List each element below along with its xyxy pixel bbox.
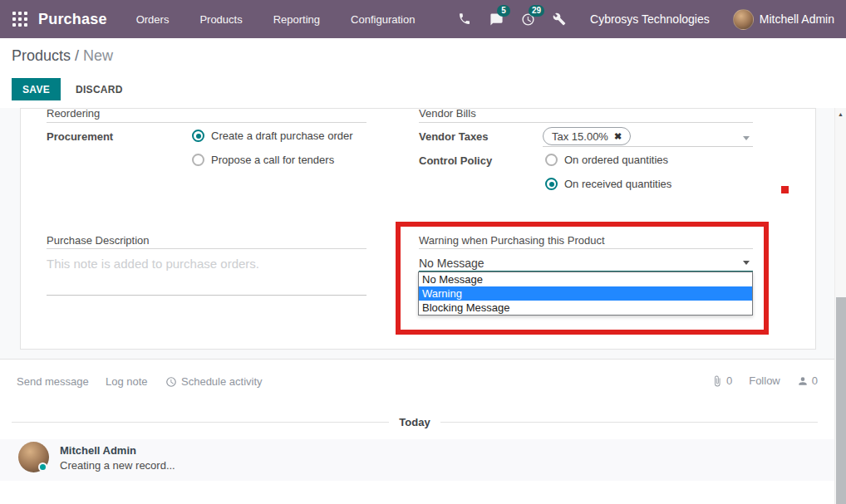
date-divider: Today [12,416,818,428]
dropdown-option-blocking-message[interactable]: Blocking Message [419,301,752,315]
scrollbar-up-arrow-icon[interactable]: ▲ [838,111,844,117]
top-navbar: Purchase Orders Products Reporting Confi… [0,0,846,38]
breadcrumb-products-link[interactable]: Products [12,47,71,64]
navbar-systray: 5 29 Cybrosys Technologies Mitchell Admi… [449,0,846,38]
vendor-taxes-field-line [543,146,753,147]
main-menu: Orders Products Reporting Configuration [136,13,416,26]
message-author-name[interactable]: Mitchell Admin [60,444,136,457]
chatter-message[interactable]: Mitchell Admin Creating a new record... [0,439,846,481]
schedule-activity-clock-icon [165,376,177,388]
debug-wrench-icon[interactable] [544,0,575,38]
menu-reporting[interactable]: Reporting [273,13,320,26]
radio-unselected-icon[interactable] [192,154,204,166]
attachments-count: 0 [726,374,732,387]
vendor-taxes-label: Vendor Taxes [419,130,489,143]
radio-label: Propose a call for tenders [211,154,334,166]
schedule-activity-button[interactable]: Schedule activity [165,375,263,388]
tag-remove-icon[interactable]: ✖ [614,131,622,142]
section-reordering-underline [47,122,366,123]
control-policy-option-received[interactable]: On received quantities [545,178,671,190]
radio-unselected-icon[interactable] [545,154,558,166]
radio-selected-icon[interactable] [192,130,204,142]
vendor-taxes-dropdown-caret-icon[interactable] [743,136,750,140]
menu-products[interactable]: Products [199,13,242,26]
control-policy-option-ordered[interactable]: On ordered quantities [545,154,668,166]
followers-button[interactable]: 0 [797,374,818,387]
log-note-button[interactable]: Log note [106,375,148,388]
vertical-scrollbar[interactable]: ▲ [834,108,846,504]
radio-label: On received quantities [564,178,671,190]
dropdown-option-no-message[interactable]: No Message [419,272,752,286]
purchase-description-field-line [47,295,366,296]
paperclip-icon [711,375,723,387]
control-policy-label: Control Policy [419,154,492,167]
section-vendor-bills-underline [419,122,753,123]
purchase-description-textarea[interactable]: This note is added to purchase orders. [47,257,259,271]
warning-select-caret-icon[interactable] [743,261,750,265]
vendor-tax-tag[interactable]: Tax 15.00% ✖ [543,127,631,145]
user-name: Mitchell Admin [760,12,834,26]
activities-count-badge: 29 [529,5,544,17]
radio-selected-icon[interactable] [545,178,558,190]
breadcrumb: Products / New [12,47,113,65]
app-brand[interactable]: Purchase [38,11,107,28]
section-vendor-bills: Vendor Bills [419,108,476,120]
user-menu[interactable]: Mitchell Admin [733,9,834,30]
user-avatar [733,9,754,30]
company-switcher[interactable]: Cybrosys Technologies [590,12,710,26]
save-button[interactable]: SAVE [12,78,61,100]
radio-label: On ordered quantities [564,154,668,166]
apps-grid-icon[interactable] [12,12,27,27]
procurement-option-draft-po[interactable]: Create a draft purchase order [192,130,353,142]
date-divider-label: Today [399,416,430,428]
warning-select[interactable]: No Message [419,257,484,270]
warning-select-dropdown: No Message Warning Blocking Message [418,272,753,316]
section-purchase-description-underline [47,248,366,249]
section-purchase-description: Purchase Description [47,234,150,247]
dropdown-option-warning[interactable]: Warning [419,286,752,301]
purchase-product-form-page: Purchase Orders Products Reporting Confi… [0,0,846,504]
send-message-button[interactable]: Send message [17,375,89,388]
follow-button[interactable]: Follow [749,374,780,387]
vendor-tax-tag-label: Tax 15.00% [552,130,608,143]
phone-icon[interactable] [449,0,480,38]
section-warning-purchasing: Warning when Purchasing this Product [419,234,605,247]
radio-label: Create a draft purchase order [211,130,353,142]
section-reordering: Reordering [47,108,100,120]
breadcrumb-separator: / [71,47,83,64]
messages-icon[interactable]: 5 [480,0,512,38]
attachments-button[interactable]: 0 [711,374,732,387]
procurement-option-call-tenders[interactable]: Propose a call for tenders [192,154,334,166]
procurement-label: Procurement [47,130,113,143]
breadcrumb-current: New [83,47,113,64]
message-body: Creating a new record... [60,459,175,472]
messages-count-badge: 5 [497,5,510,17]
scrollbar-thumb[interactable] [836,297,846,504]
discard-button[interactable]: DISCARD [65,78,134,100]
chatter: Send message Log note Schedule activity … [0,359,846,504]
chatter-topbar-right: 0 Follow 0 [711,374,818,387]
red-marker-dot [781,186,789,193]
activities-clock-icon[interactable]: 29 [512,0,544,38]
follower-person-icon [797,375,809,387]
menu-configuration[interactable]: Configuration [351,13,415,26]
menu-orders[interactable]: Orders [136,13,170,26]
followers-count: 0 [812,374,818,387]
online-status-dot [38,462,47,472]
section-warning-underline [419,248,753,249]
